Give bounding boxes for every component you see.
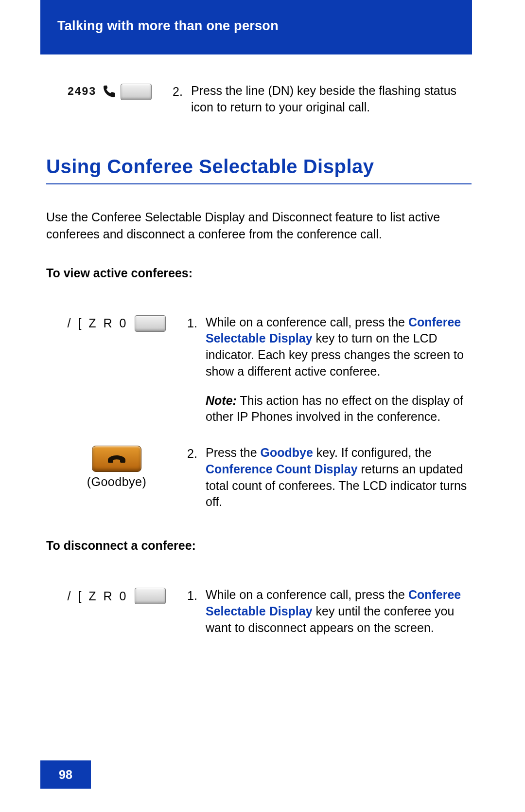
running-head-text: Talking with more than one person: [57, 18, 279, 33]
view-step-2: (Goodbye) 2. Press the Goodbye key. If c…: [46, 445, 472, 510]
step-body: While on a conference call, press the Co…: [206, 314, 472, 426]
lcd-extension-number: 2493: [67, 86, 96, 98]
page-number-tab: 98: [40, 760, 91, 789]
softkey-icon: [135, 588, 166, 604]
section-heading: Using Conferee Selectable Display: [46, 156, 472, 178]
manual-page: Talking with more than one person 98 249…: [0, 0, 525, 812]
heading-rule: [46, 183, 472, 184]
note-lead: Note:: [206, 394, 237, 407]
step-icons: / [ Z R 0: [46, 587, 187, 604]
goodbye-key-icon: [92, 446, 141, 472]
page-number: 98: [59, 768, 72, 782]
disconnect-step-1: / [ Z R 0 1. While on a conference call,…: [46, 587, 472, 636]
goodbye-key-label: (Goodbye): [87, 475, 147, 489]
step-icons: (Goodbye): [46, 445, 187, 489]
step-icons: 2493: [46, 83, 173, 100]
step-body: Press the line (DN) key beside the flash…: [191, 83, 472, 116]
phone-icon: [101, 84, 116, 100]
running-head-band: Talking with more than one person: [40, 0, 472, 54]
subsection-title-view: To view active conferees:: [46, 266, 472, 280]
step-number: 2.: [187, 445, 206, 462]
line-key-icon: [121, 84, 152, 100]
step-number: 1.: [187, 314, 206, 332]
prev-section-step: 2493 2. Press the line (DN) key beside t…: [46, 83, 472, 116]
section-intro: Use the Conferee Selectable Display and …: [46, 209, 472, 243]
view-step-1: / [ Z R 0 1. While on a conference call,…: [46, 314, 472, 426]
step-number: 1.: [187, 587, 206, 604]
softkey-icon: [135, 315, 166, 332]
key-term: Conference Count Display: [206, 462, 358, 476]
step-body: While on a conference call, press the Co…: [206, 587, 472, 636]
softkey-code-label: / [ Z R 0: [68, 316, 130, 330]
subsection-title-disconnect: To disconnect a conferee:: [46, 539, 472, 553]
step-body: Press the Goodbye key. If configured, th…: [206, 445, 472, 510]
page-content: 2493 2. Press the line (DN) key beside t…: [46, 83, 472, 655]
key-term: Goodbye: [261, 446, 313, 459]
softkey-code-label: / [ Z R 0: [68, 589, 130, 603]
step-number: 2.: [173, 83, 191, 100]
step-icons: / [ Z R 0: [46, 314, 187, 332]
